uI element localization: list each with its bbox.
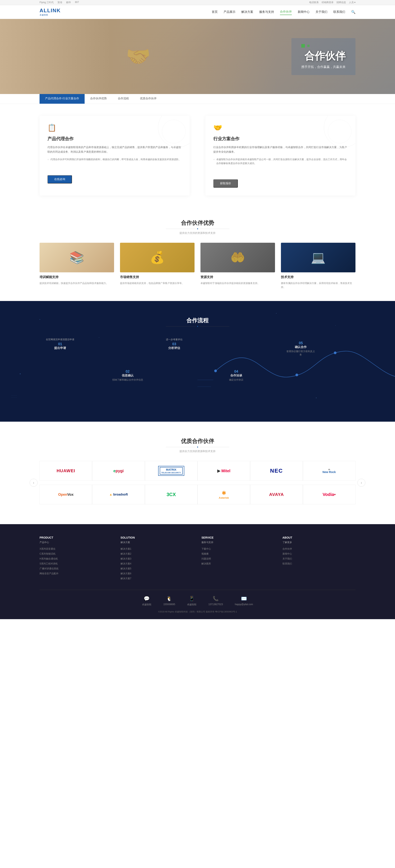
broadsoft-logo-text: ▲ broadsoft [109, 493, 128, 496]
footer-solution-link-1[interactable]: 解决方案1 [121, 547, 194, 551]
top-bar-recruit: 招聘信息 [337, 1, 346, 4]
footer-product-link-3[interactable]: H系列融合通信机 [39, 557, 113, 560]
nav-contact[interactable]: 联系我们 [333, 9, 345, 15]
step2-num: 02 [112, 370, 143, 374]
divider-dot [197, 228, 198, 229]
tech-title: 技术支持 [281, 275, 356, 279]
footer-about-link-2[interactable]: 新闻中心 [283, 552, 356, 556]
nav-about[interactable]: 关于我们 [315, 9, 328, 15]
step-5: 05 确认合作 签署协议履行双方权利及义务 [286, 341, 315, 356]
step2-desc: 招纳了解和确认合作伙伴信息 [112, 378, 143, 381]
nav-service[interactable]: 服务与支持 [259, 9, 274, 15]
footer-solution-link-3[interactable]: 解决方案3 [121, 557, 194, 560]
footer-product-title: PRODUCT [39, 536, 113, 539]
svg-point-1 [295, 374, 298, 376]
footer-product-link-2[interactable]: C系列智能话机 [39, 552, 113, 556]
footer-about-link-1[interactable]: 合作伙伴 [283, 547, 356, 551]
search-icon[interactable]: 🔍 [351, 10, 356, 14]
partner-newrock: ⛰ New Rock [303, 461, 356, 481]
step-4: 04 合作洽谈 确定合作协议 [229, 370, 243, 381]
pdivider-dot [197, 326, 198, 327]
footer-solution-title: SOLUTION [121, 536, 194, 539]
partner-nec: NEC [250, 461, 303, 481]
advantages-section: 合作伙伴优势 提供全力支持的资源和技术支持 📚 培训赋能支持 提供技术培训赋能，… [0, 207, 395, 301]
logo: ALLINK 卓越智联 [39, 7, 61, 17]
quote-button[interactable]: 获取报价 [213, 179, 238, 188]
step5-num: 05 [286, 341, 315, 345]
tab-process[interactable]: 合作流程 [112, 94, 135, 104]
tab-advantages[interactable]: 合作伙伴优势 [85, 94, 112, 104]
footer-solution-link-7[interactable]: 解决方案7 [121, 577, 194, 580]
hero-subtitle: 携手开拓，合作赢赢，共赢未来 [301, 65, 345, 69]
partners-slider: ‹ › HUAWEI epygi MATRIX TELECOM SECURITY [39, 461, 356, 504]
contact-weibo: 📱 卓越智联 [187, 596, 197, 606]
qq-icon: 🐧 [163, 596, 175, 601]
process-section: 合作流程 在官网填完申请清楚后申请 01 提出申请 [0, 301, 395, 422]
footer-product-link-5[interactable]: 广播对讲通信系统 [39, 567, 113, 570]
industry-solution-card: 🤝 行业方案合作 行业合作伙伴利用多年积累的行业市场理解以及客户服务经验，与卓越… [205, 116, 356, 195]
hero-section: 🤝 合作伙伴 携手开拓，合作赢赢，共赢未来 [0, 19, 395, 94]
card-deco4 [328, 120, 351, 144]
footer-product-link-1[interactable]: X系列语音通信 [39, 547, 113, 551]
top-bar-item3: 807 [75, 1, 79, 4]
section-tabs: 产品代理合作·行业方案合作 合作伙伴优势 合作流程 优质合作伙伴 [0, 94, 395, 104]
advantages-divider [39, 228, 356, 229]
3cx-logo-text: 3CX [166, 492, 176, 497]
tab-quality-partners[interactable]: 优质合作伙伴 [135, 94, 162, 104]
nav-solutions[interactable]: 解决方案 [242, 9, 253, 15]
partner-mitel: ▶ Mitel [198, 461, 250, 481]
huawei-logo-text: HUAWEI [57, 468, 75, 473]
matrix-logo-text: MATRIX TELECOM SECURITY [158, 466, 184, 476]
training-image: 📚 [39, 243, 114, 272]
nav-home[interactable]: 首页 [212, 9, 218, 15]
partner-avaya: AVAYA [250, 485, 303, 504]
advantages-header: 合作伙伴优势 提供全力支持的资源和技术支持 [39, 219, 356, 235]
footer-service-title: SERVICE [201, 536, 275, 539]
footer-about: ABOUT 了解更多 合作伙伴 新闻中心 关于我们 联系我们 [283, 536, 356, 582]
footer-service-link-2[interactable]: 视频播 [201, 552, 275, 556]
qdivider-right [200, 447, 229, 447]
slider-prev-button[interactable]: ‹ [30, 479, 37, 487]
footer-about-link-3[interactable]: 关于我们 [283, 557, 356, 560]
footer-about-link-4[interactable]: 联系我们 [283, 562, 356, 565]
nav-products[interactable]: 产品展示 [224, 9, 235, 15]
footer-service-link-4[interactable]: 解决图库 [201, 562, 275, 565]
footer-solution-link-5[interactable]: 解决方案5 [121, 567, 194, 570]
quality-header: 优质合作伙伴 提供全力支持的资源和技术支持 [39, 437, 356, 453]
advantages-title: 合作伙伴优势 [39, 219, 356, 227]
quality-divider [39, 446, 356, 447]
nav-news[interactable]: 新闻中心 [298, 9, 310, 15]
footer-product: PRODUCT 产品中心 X系列语音通信 C系列智能话机 H系列融合通信机 S系… [39, 536, 113, 582]
top-bar-right: 电话联系 经销商登录 招聘信息 人员 ▾ [309, 1, 356, 4]
slider-next-button[interactable]: › [358, 479, 365, 487]
partner-grid: 📋 产品代理合作 代理合作伙伴在卓越智联现有的产品和市场资源基础上，独立完成产品… [39, 116, 356, 195]
wechat-label: 卓越智联 [142, 603, 151, 606]
footer-solution-link-2[interactable]: 解决方案2 [121, 552, 194, 556]
step1-label: 提出申请 [46, 346, 74, 350]
tech-image: 💻 [281, 243, 356, 272]
consult-button[interactable]: 在线咨询 [48, 175, 72, 184]
footer-bottom: 💬 卓越智联 🐧 155938695 📱 卓越智联 📞 13713827023 … [39, 590, 356, 613]
card-decoration2 [162, 120, 186, 144]
tab-product-agency[interactable]: 产品代理合作·行业方案合作 [39, 94, 85, 104]
process-diagram: 在官网填完申请清楚后申请 01 提出申请 02 信息确认 招纳了解和确认合作伙伴… [39, 335, 356, 398]
contact-phone: 📞 13713827023 [208, 596, 223, 606]
footer-product-link-6[interactable]: 网络语音产品配件 [39, 572, 113, 575]
footer-about-title: ABOUT [283, 536, 356, 539]
footer-service-subtitle: 服务与支持 [201, 541, 275, 544]
step3-subdesc: 进一步考量评估 [166, 338, 182, 341]
nav-partners[interactable]: 合作伙伴 [280, 9, 292, 15]
tech-desc: 拥有专属的合作伙伴经理解决方案，采用培培技术标准，售前技术支持。 [281, 281, 356, 289]
footer-product-subtitle: 产品中心 [39, 541, 113, 544]
footer-service-link-3[interactable]: 问题说明 [201, 557, 275, 560]
footer-solution-link-6[interactable]: 解决方案6 [121, 572, 194, 575]
partner-huawei: HUAWEI [39, 461, 92, 481]
top-bar-contact: 电话联系 [309, 1, 319, 4]
newrock-logo-text: ⛰ New Rock [322, 468, 336, 474]
footer-solution-link-4[interactable]: 解决方案4 [121, 562, 194, 565]
footer-solution: SOLUTION 解决方案 解决方案1 解决方案2 解决方案3 解决方案4 解决… [121, 536, 194, 582]
footer-product-link-4[interactable]: S系列工程对讲机 [39, 562, 113, 565]
step-3: 进一步考量评估 03 分析评估 [166, 338, 182, 350]
footer-service-link-1[interactable]: 下载中心 [201, 547, 275, 551]
step3-label: 分析评估 [166, 346, 182, 350]
